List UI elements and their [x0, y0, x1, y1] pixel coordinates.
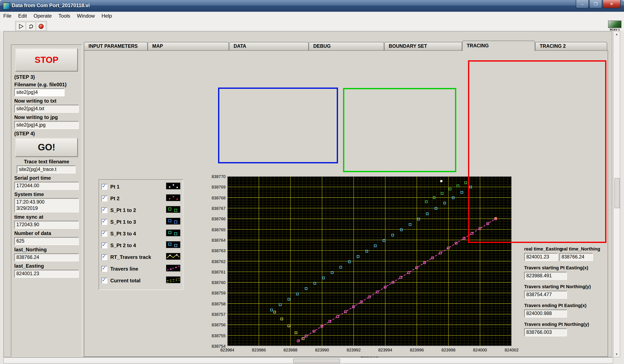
sidebar-panel: STOP (STEP 3) Filename (e.g. file001) si… — [11, 45, 82, 357]
y-tick-label: 838770 — [209, 174, 226, 179]
serial-time-label: Serial port time — [14, 176, 79, 181]
data-count-label: Number of data — [14, 231, 79, 236]
system-time-indicator: 17:20:43.900 3/29/2019 — [14, 198, 79, 212]
trace-filename-indicator: site2(pg)4_trace.t — [17, 165, 76, 173]
run-button[interactable] — [16, 22, 26, 31]
time-sync-indicator: 172043.90 — [14, 221, 79, 229]
time-sync-label: time sync at — [14, 214, 79, 220]
rt-northing-label: real time_Northing — [559, 246, 597, 252]
txt-filename-indicator: site2(pg)4.txt — [14, 105, 79, 113]
travers-start-easting-value: 823988.491 — [524, 272, 567, 280]
rt-easting-label: real time_Easting — [524, 246, 559, 252]
tab-boundary-set[interactable]: BOUNDARY SET — [384, 42, 462, 50]
scroll-up-icon[interactable]: ▲ — [614, 33, 620, 36]
x-tick-label: 823990 — [312, 348, 333, 352]
x-tick-label: 823986 — [248, 348, 269, 352]
continuous-run-button[interactable] — [26, 22, 36, 31]
legend-checkbox-pt-2[interactable]: ✓ — [102, 196, 107, 202]
legend-row-s-pt-1-to-3: ✓S_Pt 1 to 3 — [102, 216, 180, 228]
y-tick-label: 838759 — [209, 291, 226, 296]
realtime-info-column: real time_Easting 824001.23 real time_No… — [524, 246, 600, 336]
filename-input[interactable]: site2(pg)4 — [14, 88, 65, 96]
menu-edit[interactable]: Edit — [15, 12, 30, 20]
legend-row-pt-1: ✓Pt 1 — [102, 181, 180, 193]
legend-checkbox-pt-1[interactable]: ✓ — [102, 184, 107, 190]
menu-tools[interactable]: Tools — [55, 12, 74, 20]
last-easting-indicator: 824001.23 — [14, 270, 79, 278]
go-button[interactable]: GO! — [15, 138, 78, 157]
horizontal-scrollbar[interactable] — [3, 357, 613, 364]
travers-start-easting-label: Travers starting Pt Easting(x) — [524, 265, 600, 271]
y-tick-label: 838757 — [209, 312, 226, 317]
abort-button[interactable] — [36, 22, 46, 31]
y-tick-label: 838758 — [209, 302, 226, 306]
x-tick-label: 824002 — [501, 348, 522, 352]
application-window: Data from Com Port_20170118.vi – ❐ ✕ Fil… — [0, 0, 624, 364]
y-tick-label: 838755 — [209, 333, 226, 338]
vertical-scrollbar[interactable]: ▲ ▼ — [613, 31, 620, 357]
tab-input-parameters[interactable]: INPUT PARAMETERS — [84, 42, 148, 50]
legend-checkbox-s-pt-3-to-4[interactable]: ✓ — [102, 231, 107, 237]
legend-checkbox-travers-line[interactable]: ✓ — [102, 266, 107, 272]
travers-start-northing-label: Travers starting Pt Northing(y) — [524, 284, 600, 289]
menu-operate[interactable]: Operate — [30, 12, 55, 20]
run-arrow-icon — [17, 23, 24, 29]
system-time-label: System time — [14, 192, 79, 197]
legend-label: RT_Travers track — [110, 254, 166, 260]
legend-checkbox-current-total[interactable]: ✓ — [102, 278, 107, 284]
minimize-button[interactable]: – — [576, 0, 589, 8]
legend-label: Pt 1 — [110, 184, 166, 189]
last-northing-indicator: 838766.24 — [14, 253, 79, 261]
legend-checkbox-s-pt-2-to-4[interactable]: ✓ — [102, 243, 107, 248]
tab-data[interactable]: DATA — [229, 42, 309, 50]
x-tick-label: 823988 — [280, 348, 301, 352]
x-tick-label: 823996 — [406, 348, 427, 352]
y-tick-label: 838760 — [209, 280, 226, 285]
maximize-button[interactable]: ❐ — [589, 0, 602, 8]
vi-icon — [608, 21, 622, 28]
vi-icon-label: RCKV 1 — [608, 28, 622, 31]
legend-label: Pt 2 — [110, 196, 166, 201]
y-tick-label: 838769 — [209, 185, 226, 189]
stop-button[interactable]: STOP — [15, 48, 78, 72]
horizontal-scroll-thumb[interactable] — [293, 359, 340, 363]
close-button[interactable]: ✕ — [603, 0, 621, 8]
tab-tracing[interactable]: TRACING — [462, 41, 535, 51]
legend-swatch-s-pt-2-to-4 — [166, 241, 180, 250]
legend-label: S_Pt 2 to 4 — [110, 243, 166, 248]
xy-graph-plot-area — [227, 176, 512, 346]
legend-swatch-rt-travers-track — [166, 253, 180, 261]
legend-checkbox-s-pt-1-to-3[interactable]: ✓ — [102, 219, 107, 225]
y-tick-label: 838768 — [209, 195, 226, 200]
legend-swatch-s-pt-3-to-4 — [166, 229, 180, 238]
legend-swatch-pt-1 — [166, 183, 180, 191]
step4-label: (STEP 4) — [14, 131, 79, 136]
y-tick-label: 838764 — [209, 238, 226, 243]
legend-row-current-total: ✓Current total — [102, 275, 180, 287]
last-easting-label: last_Easting — [14, 263, 79, 269]
tab-map[interactable]: MAP — [148, 42, 229, 50]
legend-row-s-pt-1-to-2: ✓S_Pt 1 to 2 — [102, 205, 180, 216]
menu-file[interactable]: File — [0, 12, 15, 20]
app-icon — [3, 2, 10, 10]
menu-help[interactable]: Help — [98, 12, 115, 20]
tab-debug[interactable]: DEBUG — [309, 42, 384, 50]
legend-checkbox-s-pt-1-to-2[interactable]: ✓ — [102, 207, 107, 213]
x-tick-label: 823984 — [217, 348, 238, 352]
txt-filename-label: Now writing to txt — [14, 98, 79, 104]
rt-easting-value: 824001.23 — [524, 253, 558, 261]
menu-bar: FileEditOperateToolsWindowHelp — [0, 12, 624, 21]
legend-swatch-pt-2 — [166, 194, 180, 203]
vertical-scroll-thumb[interactable] — [614, 178, 620, 208]
menu-window[interactable]: Window — [74, 12, 98, 20]
legend-label: Travers line — [110, 266, 166, 272]
jpg-filename-label: Now writing to jpg — [14, 115, 79, 120]
serial-time-indicator: 172044.00 — [14, 182, 79, 190]
legend-checkbox-rt-travers-track[interactable]: ✓ — [102, 254, 107, 260]
run-toolbar-group — [15, 21, 47, 31]
tab-tracing-2[interactable]: TRACING 2 — [535, 42, 607, 50]
travers-end-easting-value: 824000.988 — [524, 310, 567, 318]
legend-row-travers-line: ✓Travers line — [102, 263, 180, 275]
scroll-down-icon[interactable]: ▼ — [614, 353, 620, 356]
legend-label: Current total — [110, 278, 166, 283]
